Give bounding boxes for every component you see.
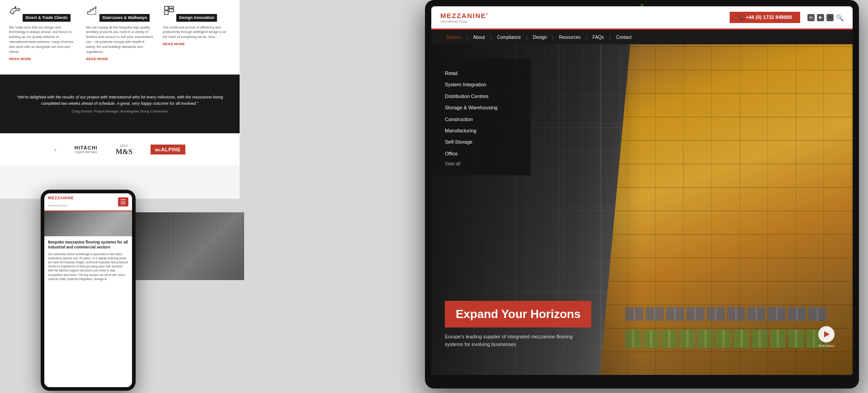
hero-subtitle: Europe's leading supplier of integrated … <box>445 333 590 348</box>
linkedin-icon[interactable]: ▶ <box>817 14 824 21</box>
play-icon <box>818 326 835 342</box>
mobile-menu-button[interactable]: ☰ <box>118 197 128 206</box>
feature-col-1-text: We make sure that our design and technol… <box>9 25 77 55</box>
hero-title: Expand Your Horizons <box>456 307 580 321</box>
ms-logo: your M&S <box>116 143 132 156</box>
nav-item-contact[interactable]: Contact <box>610 35 637 40</box>
svg-rect-3 <box>169 9 174 12</box>
feature-col-2-title: Staircases & Walkways <box>99 14 150 22</box>
mobile-logo-text: MEZZANINE <box>48 196 74 200</box>
design-icon <box>163 5 175 17</box>
mobile-content: Bespoke mezzanine flooring systems for a… <box>44 236 132 285</box>
cta-title-box: Expand Your Horizons <box>445 301 591 328</box>
feature-col-3: Design Innovation The continued pursuit … <box>163 5 231 70</box>
logos-section: ‹ HITACHI Inspire the Next your M&S McAL… <box>0 133 240 165</box>
video-button[interactable]: Full video <box>818 326 835 348</box>
play-triangle <box>824 331 830 337</box>
buckingham-card: Buckingham Group We were asked to build … <box>131 212 244 280</box>
left-website-panel: Direct & Trade Clients We make sure that… <box>0 0 240 199</box>
dropdown-item-retail[interactable]: Retail <box>445 68 517 79</box>
feature-col-1-title: Direct & Trade Clients <box>23 14 71 22</box>
stairs-icon <box>86 5 99 17</box>
testimonial-section: "We're delighted with the results of our… <box>0 75 240 133</box>
mobile-heading: Bespoke mezzanine flooring systems for a… <box>48 240 128 250</box>
mcalpine-logo: McALPINE <box>151 145 185 154</box>
buckingham-image <box>131 212 244 239</box>
mobile-body-text: Our extensive sector knowledge is ground… <box>48 252 128 281</box>
tablet-logo-sub: International Group <box>440 20 488 23</box>
svg-rect-2 <box>169 6 174 8</box>
svg-rect-1 <box>165 6 168 10</box>
dropdown-item-self-storage[interactable]: Self-Storage <box>445 136 517 148</box>
feature-col-3-text: The continued pursuit of efficiency and … <box>163 25 231 40</box>
dropdown-view-all[interactable]: View all <box>445 161 517 166</box>
hero-cta: Expand Your Horizons Europe's leading su… <box>445 301 591 348</box>
feature-col-1-readmore[interactable]: READ MORE <box>9 56 77 61</box>
testimonial-quote: "We're delighted with the results of our… <box>14 94 226 107</box>
feature-col-2: Staircases & Walkways We can supply all … <box>86 5 154 70</box>
dropdown-item-construction[interactable]: Construction <box>445 114 517 125</box>
youtube-icon[interactable]: ⬛ <box>826 14 834 21</box>
prev-logo-button[interactable]: ‹ <box>54 146 57 153</box>
tablet-screen: MEZZANINE® International Group 📞+44 (0) … <box>431 6 853 375</box>
tablet-logo: MEZZANINE® International Group <box>440 12 488 23</box>
search-icon[interactable]: 🔍 <box>836 14 844 21</box>
feature-col-3-readmore[interactable]: READ MORE <box>163 42 231 47</box>
nav-item-faqs[interactable]: FAQs <box>587 35 609 40</box>
mobile-device: MEZZANINE International Group ☰ Bespoke … <box>41 190 136 391</box>
social-icons: in ▶ ⬛ 🔍 <box>807 14 844 21</box>
features-section: Direct & Trade Clients We make sure that… <box>0 0 240 75</box>
handshake-icon <box>9 5 22 17</box>
tablet-phone-number: 📞+44 (0) 1732 849900 <box>730 12 800 23</box>
dropdown-item-manufacturing[interactable]: Manufacturing <box>445 125 517 136</box>
nav-item-resources[interactable]: Resources <box>553 35 586 40</box>
mobile-hero-image <box>44 211 132 236</box>
mobile-header: MEZZANINE International Group ☰ <box>44 193 132 211</box>
tablet-device: MEZZANINE® International Group 📞+44 (0) … <box>425 0 859 388</box>
nav-item-compliance[interactable]: Compliance <box>491 35 526 40</box>
testimonial-author: Craig Gordon, Project Manager, Buckingha… <box>14 109 226 113</box>
sectors-dropdown: Retail System Integration Distribution C… <box>431 59 531 175</box>
tablet-hero: Retail System Integration Distribution C… <box>431 44 853 375</box>
nav-item-about[interactable]: About <box>468 35 491 40</box>
dropdown-item-storage[interactable]: Storage & Warehousing <box>445 102 517 113</box>
twitter-icon[interactable]: in <box>807 14 815 21</box>
dropdown-item-distribution[interactable]: Distribution Centres <box>445 91 517 102</box>
video-label: Full video <box>819 344 834 348</box>
svg-rect-4 <box>165 11 168 14</box>
tablet-nav: Sectors | About | Compliance | Design | … <box>431 30 853 44</box>
svg-point-0 <box>14 6 16 8</box>
feature-col-2-readmore[interactable]: READ MORE <box>86 56 154 61</box>
feature-col-1: Direct & Trade Clients We make sure that… <box>9 5 77 70</box>
nav-item-design[interactable]: Design <box>528 35 552 40</box>
mobile-logo-sub: International Group <box>48 204 67 207</box>
hitachi-logo: HITACHI Inspire the Next <box>75 145 98 154</box>
feature-col-3-title: Design Innovation <box>176 14 217 22</box>
mobile-screen: MEZZANINE International Group ☰ Bespoke … <box>44 193 132 387</box>
tablet-logo-text: MEZZANINE <box>440 12 486 19</box>
mobile-logo: MEZZANINE International Group <box>48 196 74 208</box>
tablet-header: MEZZANINE® International Group 📞+44 (0) … <box>431 6 853 30</box>
nav-item-sectors[interactable]: Sectors <box>440 35 467 40</box>
dropdown-item-system-integration[interactable]: System Integration <box>445 79 517 90</box>
dropdown-item-office[interactable]: Office <box>445 148 517 159</box>
feature-col-2-text: We can supply all the bespoke high quali… <box>86 25 154 55</box>
